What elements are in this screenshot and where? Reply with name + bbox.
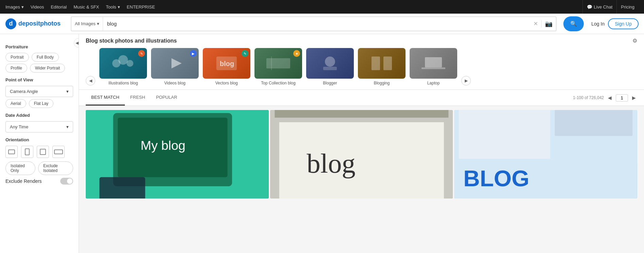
main-layout: ◀◀ Portraiture Portrait Full Body Profil… (0, 34, 644, 253)
sidebar-toggle-button[interactable]: ◀◀ (74, 38, 79, 48)
svg-point-5 (118, 55, 128, 65)
search-button[interactable]: 🔍 (563, 16, 584, 31)
category-item-top-collection[interactable]: ★ Top Collection blog (254, 48, 302, 85)
search-clear-button[interactable]: ✕ (530, 20, 541, 27)
pricing-link[interactable]: Pricing (616, 0, 639, 14)
nav-tools[interactable]: Tools ▾ (106, 4, 120, 10)
category-next-button[interactable]: ▶ (461, 76, 471, 85)
top-nav-right: 💬 Live Chat Pricing (582, 0, 639, 14)
category-item-blogging[interactable]: Blogging (358, 48, 406, 85)
orientation-square[interactable] (37, 146, 49, 158)
tab-fresh[interactable]: FRESH (125, 90, 151, 106)
pill-flat-lay[interactable]: Flat Lay (29, 99, 54, 108)
chevron-down-icon: ▾ (66, 89, 69, 94)
category-item-videos-blog[interactable]: ▶ Videos blog (151, 48, 199, 85)
category-prev-button[interactable]: ◀ (86, 76, 95, 85)
category-img-vectors-blog: blog ✎ (203, 48, 250, 79)
login-button[interactable]: Log In (591, 21, 605, 27)
exclude-isolated-pill[interactable]: Exclude Isolated (38, 161, 73, 175)
svg-rect-14 (371, 57, 380, 70)
chevron-down-icon: ▾ (21, 4, 24, 10)
site-logo[interactable]: d depositphotos (5, 18, 67, 29)
svg-text:blog: blog (220, 60, 234, 67)
category-item-illustrations-blog[interactable]: ✎ Illustrations blog (99, 48, 147, 85)
page-number-input[interactable] (616, 94, 628, 101)
orientation-section-title: Orientation (5, 137, 73, 142)
category-img-blogger (306, 48, 354, 79)
top-navigation: Images ▾ Videos Editorial Music & SFX To… (0, 0, 644, 14)
nav-music-sfx[interactable]: Music & SFX (73, 4, 99, 10)
cat-badge-top: ★ (293, 50, 300, 57)
chevron-down-icon: ▾ (97, 21, 99, 26)
isolated-only-pill[interactable]: Isolated Only (5, 161, 35, 175)
search-type-dropdown[interactable]: All Images ▾ (71, 17, 103, 31)
svg-rect-15 (383, 57, 392, 70)
svg-rect-10 (266, 58, 290, 68)
pill-full-body[interactable]: Full Body (32, 53, 59, 62)
svg-rect-28 (459, 110, 550, 159)
svg-rect-1 (25, 149, 29, 155)
pill-portrait[interactable]: Portrait (5, 53, 29, 62)
exclude-renders-row: Exclude Renders (5, 178, 73, 185)
cat-badge-vectors: ✎ (242, 50, 248, 57)
nav-enterprise[interactable]: ENTERPRISE (127, 4, 155, 10)
category-item-blogger[interactable]: Blogger (306, 48, 354, 85)
nav-images[interactable]: Images ▾ (5, 4, 24, 10)
category-item-laptop[interactable]: Laptop (410, 48, 457, 85)
nav-videos[interactable]: Videos (31, 4, 44, 10)
search-input[interactable] (103, 21, 530, 27)
pill-wider-portrait[interactable]: Wider Portrait (30, 64, 65, 73)
category-label-blogging: Blogging (374, 81, 390, 85)
image-column-1: My blog (86, 110, 269, 199)
orientation-panorama[interactable] (52, 146, 65, 158)
camera-search-icon[interactable]: 📷 (541, 20, 556, 28)
logo-icon: d (5, 18, 16, 29)
exclude-renders-label: Exclude Renders (5, 178, 42, 184)
live-chat-link[interactable]: 💬 Live Chat (582, 0, 616, 14)
svg-rect-3 (54, 150, 63, 154)
filter-icon[interactable]: ⚙ (632, 37, 637, 44)
camera-angle-dropdown[interactable]: Camera Angle ▾ (5, 86, 73, 97)
portraiture-section-title: Portraiture (5, 44, 73, 49)
category-img-videos-blog: ▶ (151, 48, 199, 79)
image-column-2: blog (270, 110, 453, 199)
search-tabs: BEST MATCH FRESH POPULAR 1-100 of 726,04… (79, 90, 644, 106)
pagination-info: 1-100 of 726,042 ◀ ▶ (573, 94, 637, 101)
pagination-prev-button[interactable]: ◀ (607, 94, 613, 101)
category-bar: Blog stock photos and illustrations ⚙ ◀ … (79, 34, 644, 90)
pagination-next-button[interactable]: ▶ (631, 94, 637, 101)
pill-aerial[interactable]: Aerial (5, 99, 26, 108)
svg-text:My blog: My blog (141, 138, 185, 153)
chevron-down-icon: ▾ (118, 4, 120, 10)
tab-best-match[interactable]: BEST MATCH (86, 90, 125, 106)
svg-rect-2 (40, 149, 46, 155)
category-header: Blog stock photos and illustrations ⚙ (86, 37, 637, 44)
image-card-3[interactable]: BLOG TEXT WEBSITE CONTENT MEDIA (454, 110, 637, 199)
category-img-laptop (410, 48, 457, 79)
search-icon: 🔍 (570, 20, 577, 27)
site-header: d depositphotos All Images ▾ ✕ 📷 🔍 Log I… (0, 14, 644, 34)
category-label-top-collection: Top Collection blog (261, 81, 295, 85)
tab-popular[interactable]: POPULAR (151, 90, 183, 106)
orientation-portrait[interactable] (21, 146, 33, 158)
category-img-top-collection: ★ (254, 48, 302, 79)
category-scroll: ◀ ✎ Illustrations blog (86, 48, 637, 90)
svg-rect-0 (9, 150, 15, 154)
orientation-landscape[interactable] (5, 146, 18, 158)
category-item-vectors-blog[interactable]: blog ✎ Vectors blog (203, 48, 250, 85)
signup-button[interactable]: Sign Up (608, 18, 639, 29)
image-card-1[interactable]: My blog (86, 110, 269, 199)
pill-profile[interactable]: Profile (5, 64, 27, 73)
date-added-dropdown[interactable]: Any Time ▾ (5, 121, 73, 132)
search-container: All Images ▾ ✕ 📷 (71, 16, 557, 31)
image-card-2[interactable]: blog (270, 110, 453, 199)
nav-editorial[interactable]: Editorial (51, 4, 67, 10)
svg-rect-17 (422, 67, 445, 69)
cat-badge-videos: ▶ (190, 50, 197, 57)
exclude-renders-toggle[interactable] (60, 178, 73, 185)
cat-badge-illus: ✎ (138, 50, 145, 57)
category-label-videos: Videos blog (164, 81, 186, 85)
chat-icon: 💬 (587, 4, 592, 10)
category-img-illustrations-blog: ✎ (99, 48, 147, 79)
orientation-icons (5, 146, 73, 158)
